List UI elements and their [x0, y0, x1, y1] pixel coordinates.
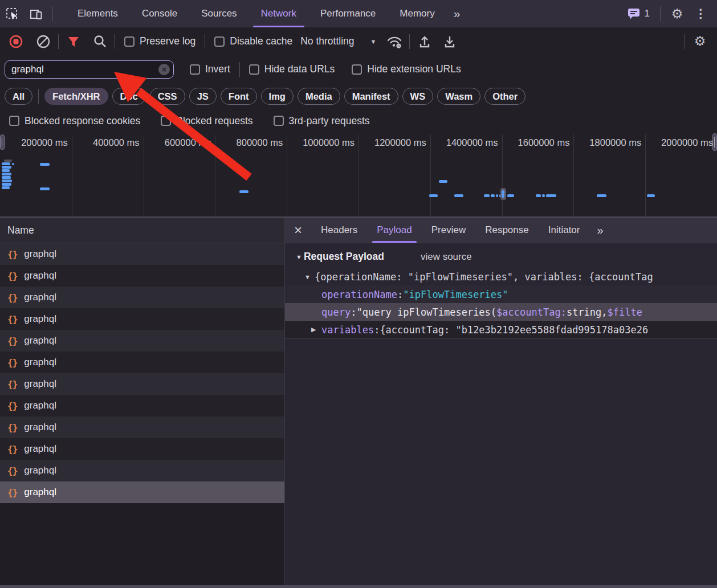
tab-console[interactable]: Console — [130, 0, 189, 27]
table-row[interactable]: {}graphql — [0, 352, 284, 373]
close-detail-button[interactable]: × — [285, 218, 311, 243]
table-row[interactable]: {}graphql — [0, 243, 284, 265]
record-icon — [9, 34, 23, 49]
table-row[interactable]: {}graphql — [0, 308, 284, 330]
tab-memory[interactable]: Memory — [388, 0, 446, 27]
table-row[interactable]: {}graphql — [0, 438, 284, 460]
payload-tree-row[interactable]: ▼{operationName: "ipFlowTimeseries", var… — [285, 268, 717, 285]
timeline-gridline — [287, 134, 287, 217]
search-button[interactable] — [89, 31, 110, 52]
triangle-down-icon[interactable]: ▼ — [304, 273, 315, 280]
table-row[interactable]: {}graphql — [0, 287, 284, 308]
preserve-log-checkbox[interactable]: Preserve log — [124, 35, 195, 47]
table-row[interactable]: {}graphql — [0, 460, 284, 481]
checkbox-icon — [352, 64, 362, 75]
throttling-select[interactable]: No throttling ▼ — [300, 35, 376, 47]
more-detail-tabs-button[interactable]: » — [589, 218, 609, 243]
blocked-response-cookies-label: Blocked response cookies — [25, 115, 140, 127]
detail-tab-headers[interactable]: Headers — [311, 218, 367, 243]
table-row[interactable]: {}graphql — [0, 395, 284, 416]
inspect-cursor-icon — [5, 7, 19, 21]
table-row[interactable]: {}graphql — [0, 373, 284, 395]
record-button[interactable] — [6, 31, 26, 52]
request-payload-section[interactable]: ▼ Request Payload view source — [285, 243, 717, 268]
filter-toggle-button[interactable] — [63, 31, 84, 52]
table-row[interactable]: {}graphql — [0, 481, 284, 503]
chip-media[interactable]: Media — [298, 88, 340, 105]
main-split: Name {}graphql{}graphql{}graphql{}graphq… — [0, 218, 717, 585]
timeline-tick-label: 1000000 ms — [292, 137, 355, 148]
third-party-requests-checkbox[interactable]: 3rd-party requests — [274, 115, 370, 127]
tab-network[interactable]: Network — [249, 0, 308, 27]
export-har-button[interactable] — [439, 31, 460, 52]
invert-checkbox[interactable]: Invert — [190, 63, 230, 75]
name-column-header[interactable]: Name — [0, 218, 284, 243]
divider — [58, 34, 59, 49]
network-conditions-button[interactable] — [384, 31, 405, 52]
table-row[interactable]: {}graphql — [0, 330, 284, 352]
gear-icon: ⚙ — [694, 35, 706, 48]
timeline-gridline — [502, 134, 503, 217]
timeline-request-bar — [2, 173, 11, 175]
triangle-right-icon[interactable]: ▶ — [311, 326, 321, 333]
payload-tree-row[interactable]: operationName: "ipFlowTimeseries" — [285, 285, 717, 303]
network-settings-button[interactable]: ⚙ — [690, 31, 710, 52]
filter-input[interactable]: graphql × — [5, 60, 174, 79]
window-bottom-strip — [0, 585, 717, 588]
clear-button[interactable] — [33, 31, 54, 52]
tab-bar-right: 1 ⚙ ⋮ — [627, 0, 717, 27]
hide-extension-urls-checkbox[interactable]: Hide extension URLs — [352, 63, 461, 75]
network-overview-timeline[interactable]: 200000 ms400000 ms600000 ms800000 ms1000… — [0, 132, 717, 218]
more-tabs-button[interactable]: » — [447, 0, 466, 27]
divider — [660, 6, 661, 21]
hide-data-urls-checkbox[interactable]: Hide data URLs — [249, 63, 335, 75]
import-har-button[interactable] — [414, 31, 435, 52]
timeline-left-handle[interactable] — [0, 134, 5, 150]
checkbox-icon — [274, 116, 284, 126]
chip-doc[interactable]: Doc — [112, 88, 146, 105]
chip-all[interactable]: All — [5, 88, 32, 105]
timeline-right-handle[interactable] — [712, 133, 717, 151]
clear-filter-button[interactable]: × — [158, 64, 170, 75]
detail-tab-response[interactable]: Response — [475, 218, 539, 243]
menu-button[interactable]: ⋮ — [689, 7, 712, 21]
chip-font[interactable]: Font — [221, 88, 257, 105]
detail-tab-payload[interactable]: Payload — [367, 218, 421, 243]
detail-tab-bar: × HeadersPayloadPreviewResponseInitiator… — [285, 218, 717, 243]
divider — [285, 338, 717, 339]
chip-img[interactable]: Img — [261, 88, 294, 105]
view-source-link[interactable]: view source — [421, 251, 472, 263]
chip-manifest[interactable]: Manifest — [344, 88, 398, 105]
tab-performance[interactable]: Performance — [308, 0, 388, 27]
chip-ws[interactable]: WS — [402, 88, 434, 105]
detail-tab-preview[interactable]: Preview — [422, 218, 475, 243]
timeline-request-bar — [2, 183, 11, 186]
timeline-request-bar — [2, 179, 12, 182]
timeline-request-bar — [647, 194, 655, 197]
table-row[interactable]: {}graphql — [0, 416, 284, 438]
request-list-panel: Name {}graphql{}graphql{}graphql{}graphq… — [0, 218, 285, 585]
payload-tree-row[interactable]: query: "query ipFlowTimeseries($accountT… — [285, 303, 717, 321]
chip-fetch-xhr[interactable]: Fetch/XHR — [44, 88, 108, 105]
inspect-element-button[interactable] — [0, 0, 24, 27]
chip-other[interactable]: Other — [484, 88, 525, 105]
issues-button[interactable]: 1 — [627, 7, 650, 21]
payload-tree-row[interactable]: ▶variables: {accountTag: "b12e3b2192ee55… — [285, 321, 717, 338]
device-toolbar-button[interactable] — [24, 0, 48, 27]
payload-text-segment: {operationName: "ipFlowTimeseries", vari… — [315, 271, 653, 283]
tab-sources[interactable]: Sources — [189, 0, 248, 27]
timeline-tick-label: 800000 ms — [220, 137, 283, 148]
tab-elements[interactable]: Elements — [66, 0, 130, 27]
chip-js[interactable]: JS — [189, 88, 217, 105]
disable-cache-checkbox[interactable]: Disable cache — [214, 35, 292, 47]
chip-css[interactable]: CSS — [150, 88, 185, 105]
table-row[interactable]: {}graphql — [0, 265, 284, 287]
blocked-requests-checkbox[interactable]: Blocked requests — [161, 115, 252, 127]
blocked-response-cookies-checkbox[interactable]: Blocked response cookies — [9, 115, 140, 127]
detail-tab-initiator[interactable]: Initiator — [539, 218, 590, 243]
network-toolbar: Preserve log Disable cache No throttling… — [0, 27, 717, 55]
payload-text-segment: : — [351, 307, 356, 318]
settings-button[interactable]: ⚙ — [665, 7, 689, 21]
chip-wasm[interactable]: Wasm — [437, 88, 480, 105]
payload-text-segment: : — [374, 324, 380, 336]
